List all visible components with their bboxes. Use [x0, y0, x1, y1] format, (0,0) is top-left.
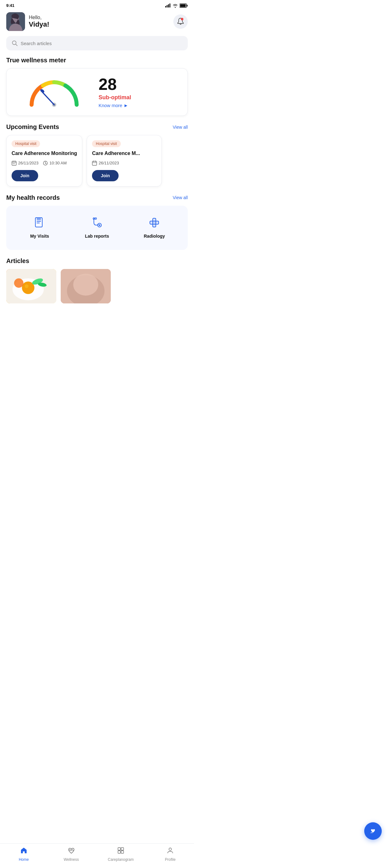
notification-button[interactable]	[173, 14, 188, 29]
greeting-container: Hello, Vidya!	[29, 15, 50, 29]
svg-rect-25	[92, 161, 97, 165]
radiology-icon	[149, 217, 160, 230]
signal-icon	[165, 3, 171, 7]
events-section-header: Upcoming Events View all	[0, 123, 194, 135]
lab-label: Lab reports	[85, 234, 109, 239]
svg-rect-1	[167, 5, 168, 7]
wifi-icon	[172, 3, 178, 8]
gauge-svg	[26, 75, 82, 109]
health-records-title: My health records	[6, 194, 60, 202]
svg-rect-6	[187, 5, 188, 7]
gauge-score: 28	[99, 76, 181, 92]
article-card-2[interactable]	[61, 269, 111, 303]
header: Hello, Vidya!	[0, 10, 194, 36]
article-card-1[interactable]	[6, 269, 56, 303]
article-image-1	[6, 269, 56, 303]
event-meta-2: 26/11/2023	[92, 161, 157, 166]
health-record-radiology[interactable]: Radiology	[127, 212, 182, 244]
event-card-1: Hospital visit Care Adherence Monitoring…	[6, 135, 82, 187]
svg-point-37	[95, 218, 96, 219]
event-title-1: Care Adherence Monitoring	[11, 150, 77, 157]
user-name: Vidya!	[29, 20, 50, 29]
header-left: Hello, Vidya!	[6, 12, 50, 31]
event-tag-2: Hospital visit	[92, 140, 121, 147]
calendar-icon-2	[92, 161, 97, 166]
svg-rect-0	[165, 6, 166, 7]
calendar-icon	[11, 161, 17, 166]
svg-rect-20	[13, 163, 13, 164]
visits-label: My Visits	[30, 234, 49, 239]
svg-line-11	[15, 44, 17, 46]
article-image-2	[61, 269, 111, 303]
health-record-lab[interactable]: Lab reports	[70, 212, 124, 244]
health-records-section-header: My health records View all	[0, 194, 194, 206]
event-date-1: 26/11/2023	[11, 161, 38, 166]
radiology-label: Radiology	[143, 234, 165, 239]
battery-icon	[180, 3, 188, 8]
articles-row	[6, 269, 188, 303]
svg-point-52	[73, 274, 98, 296]
search-icon	[12, 40, 18, 46]
svg-rect-42	[150, 221, 158, 224]
gauge-info: 28 Sub-optimal Know more ►	[99, 76, 181, 108]
visits-svg	[34, 217, 45, 228]
bell-icon	[177, 18, 184, 25]
articles-section	[0, 269, 194, 310]
health-record-visits[interactable]: My Visits	[12, 212, 67, 244]
svg-rect-2	[168, 4, 169, 8]
health-records-grid: My Visits Lab reports	[12, 212, 182, 244]
event-tag-1: Hospital visit	[11, 140, 40, 147]
lab-icon	[91, 217, 103, 230]
svg-line-14	[42, 92, 54, 105]
event-card-2: Hospital visit Care Adherence M... 26/11…	[87, 135, 162, 187]
svg-rect-21	[14, 163, 15, 164]
wellness-title: True wellness meter	[6, 57, 66, 64]
lab-svg	[91, 217, 103, 228]
articles-title: Articles	[6, 257, 29, 265]
svg-point-9	[181, 18, 183, 20]
event-date-2: 26/11/2023	[92, 161, 119, 166]
status-icons	[165, 3, 188, 8]
events-scroll: Hospital visit Care Adherence Monitoring…	[0, 135, 194, 194]
search-input[interactable]	[21, 41, 182, 46]
svg-rect-16	[12, 161, 16, 165]
time: 9:41	[6, 3, 14, 8]
search-container	[0, 36, 194, 57]
svg-line-24	[45, 163, 46, 164]
events-title: Upcoming Events	[6, 123, 59, 131]
avatar	[6, 12, 25, 31]
articles-section-header: Articles	[0, 257, 194, 269]
visits-icon	[34, 217, 45, 230]
event-title-2: Care Adherence M...	[92, 150, 157, 157]
svg-rect-5	[180, 4, 186, 7]
svg-rect-3	[170, 3, 170, 7]
health-records-view-all[interactable]: View all	[173, 195, 188, 200]
events-view-all[interactable]: View all	[173, 125, 188, 130]
join-button-1[interactable]: Join	[11, 170, 38, 181]
gauge-status: Sub-optimal	[99, 94, 181, 101]
radiology-svg	[149, 217, 160, 228]
svg-point-46	[25, 284, 29, 288]
svg-point-49	[14, 278, 24, 288]
search-bar[interactable]	[6, 36, 188, 51]
event-meta-1: 26/11/2023 10:30 AM	[11, 161, 77, 166]
hello-text: Hello,	[29, 15, 50, 20]
svg-rect-29	[35, 218, 42, 227]
gauge-container	[13, 75, 95, 109]
clock-icon	[43, 161, 48, 166]
wellness-section-header: True wellness meter	[0, 57, 194, 68]
know-more-link[interactable]: Know more ►	[99, 103, 181, 108]
health-records-card: My Visits Lab reports	[6, 206, 188, 250]
status-bar: 9:41	[0, 0, 194, 10]
join-button-2[interactable]: Join	[92, 170, 119, 181]
event-time-1: 10:30 AM	[43, 161, 67, 166]
wellness-card: 28 Sub-optimal Know more ►	[6, 68, 188, 116]
svg-point-35	[99, 224, 100, 226]
